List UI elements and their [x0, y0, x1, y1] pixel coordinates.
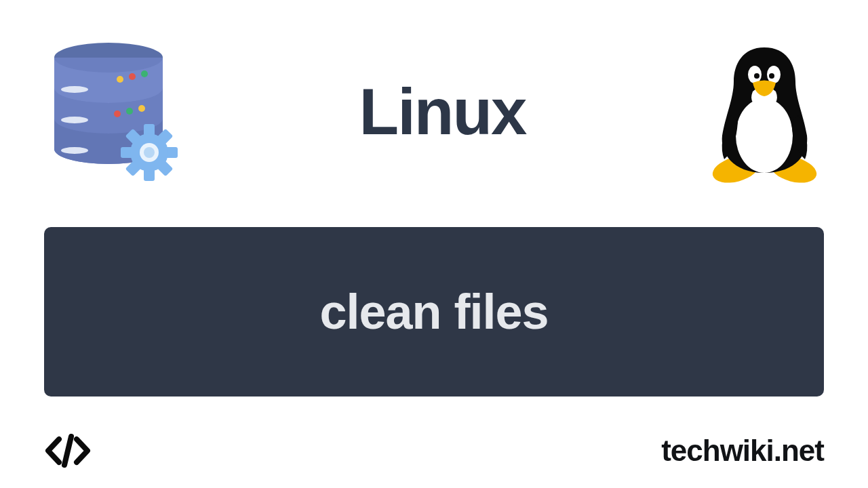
tux-penguin-icon: [705, 41, 824, 183]
svg-point-6: [141, 70, 148, 77]
svg-point-26: [754, 73, 760, 79]
code-icon: [44, 434, 92, 468]
svg-point-8: [126, 108, 133, 115]
svg-point-5: [129, 73, 136, 80]
svg-point-9: [138, 105, 145, 112]
svg-point-2: [61, 117, 88, 123]
svg-point-27: [769, 73, 774, 79]
svg-point-7: [114, 110, 121, 117]
site-name: techwiki.net: [661, 434, 824, 468]
svg-point-20: [144, 147, 155, 158]
svg-point-4: [117, 76, 123, 83]
svg-point-1: [61, 86, 88, 93]
page-title: Linux: [359, 75, 526, 149]
footer-row: techwiki.net: [44, 434, 824, 468]
database-gear-icon: [44, 41, 180, 183]
topic-text: clean files: [319, 284, 548, 340]
header-row: Linux: [44, 41, 824, 183]
svg-line-28: [64, 436, 71, 465]
svg-point-3: [61, 147, 88, 154]
topic-card: clean files: [44, 227, 824, 396]
svg-point-23: [736, 98, 793, 173]
